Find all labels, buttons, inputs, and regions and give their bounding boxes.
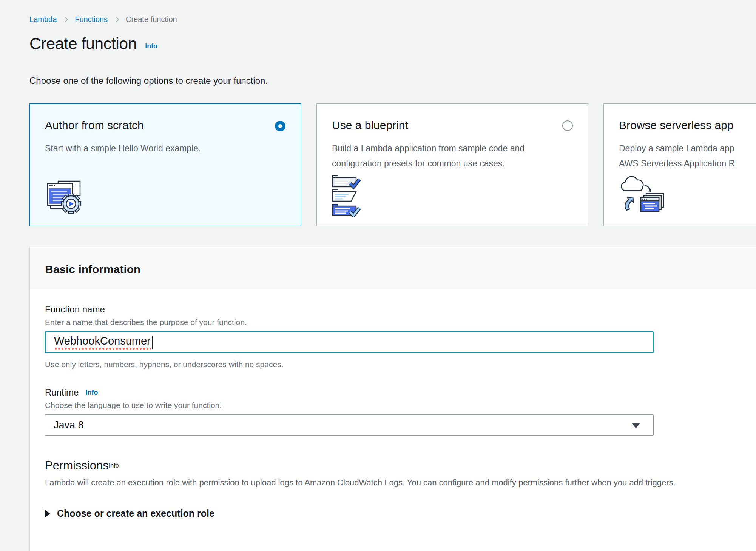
chevron-right-icon (63, 17, 68, 22)
execution-role-expander-label: Choose or create an execution role (57, 508, 214, 519)
breadcrumb: Lambda Functions Create function (29, 15, 756, 24)
basic-information-heading: Basic information (45, 263, 756, 276)
function-name-constraint: Use only letters, numbers, hyphens, or u… (45, 360, 756, 369)
card-title: Browse serverless app (619, 119, 756, 132)
basic-information-body: Function name Enter a name that describe… (30, 289, 756, 551)
runtime-select[interactable]: Java 8 (45, 414, 654, 436)
function-name-value: WebhookConsumer (54, 335, 151, 350)
option-card-browse-serverless-app[interactable]: Browse serverless app Deploy a sample La… (603, 103, 756, 226)
basic-information-panel: Basic information Function name Enter a … (29, 247, 756, 551)
permissions-heading-row: Permissions Info (45, 459, 756, 473)
runtime-helper: Choose the language to use to write your… (45, 401, 756, 410)
option-card-use-a-blueprint[interactable]: Use a blueprint Build a Lambda applicati… (316, 103, 588, 226)
option-card-author-from-scratch[interactable]: Author from scratch Start with a simple … (29, 103, 301, 226)
execution-role-expander[interactable]: Choose or create an execution role (45, 508, 756, 519)
caret-down-icon (631, 423, 640, 428)
author-from-scratch-icon (45, 179, 85, 217)
permissions-info-link[interactable]: Info (109, 462, 119, 469)
create-function-page: Lambda Functions Create function Create … (0, 0, 756, 551)
caret-right-icon (45, 510, 50, 517)
creation-option-cards: Author from scratch Start with a simple … (29, 103, 756, 226)
page-title: Create function (29, 34, 137, 53)
radio-unselected-icon[interactable] (562, 120, 573, 131)
chevron-right-icon (114, 17, 119, 22)
function-name-label: Function name (45, 304, 756, 315)
card-title: Use a blueprint (332, 119, 573, 132)
card-description: Start with a simple Hello World example. (45, 141, 286, 156)
blueprint-icon (332, 175, 367, 217)
radio-selected-icon[interactable] (275, 121, 285, 131)
page-title-row: Create function Info (29, 34, 756, 53)
breadcrumb-current: Create function (126, 15, 177, 24)
breadcrumb-link-functions[interactable]: Functions (75, 15, 108, 24)
serverless-app-repository-icon (619, 174, 669, 217)
permissions-heading: Permissions (45, 459, 109, 473)
text-cursor (152, 336, 153, 349)
breadcrumb-link-lambda[interactable]: Lambda (29, 15, 57, 24)
function-name-helper: Enter a name that describes the purpose … (45, 318, 756, 327)
runtime-label: Runtime (45, 387, 79, 398)
runtime-selected-value: Java 8 (54, 419, 84, 431)
page-subtitle: Choose one of the following options to c… (29, 75, 756, 86)
card-description: Build a Lambda application from sample c… (332, 141, 573, 171)
title-info-link[interactable]: Info (145, 42, 157, 53)
card-description: Deploy a sample Lambda app AWS Serverles… (619, 141, 756, 171)
permissions-description: Lambda will create an execution role wit… (45, 478, 756, 488)
card-title: Author from scratch (45, 119, 286, 132)
runtime-info-link[interactable]: Info (85, 389, 98, 397)
function-name-input[interactable]: WebhookConsumer (45, 331, 654, 353)
runtime-label-row: Runtime Info (45, 387, 756, 398)
basic-information-header: Basic information (30, 247, 756, 289)
